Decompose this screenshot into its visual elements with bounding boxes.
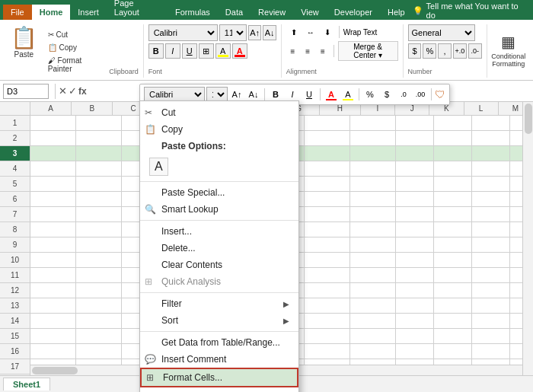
grid-cell[interactable] bbox=[305, 192, 350, 207]
row-header-14[interactable]: 14 bbox=[0, 314, 30, 329]
grid-cell[interactable] bbox=[434, 253, 472, 268]
font-size-select[interactable]: 11 bbox=[219, 24, 247, 41]
grid-cell[interactable] bbox=[350, 314, 396, 329]
grid-cell[interactable] bbox=[472, 222, 510, 237]
grid-cell[interactable] bbox=[30, 329, 76, 344]
grid-cell[interactable] bbox=[350, 161, 396, 177]
row-header-15[interactable]: 15 bbox=[0, 329, 30, 344]
grid-cell[interactable] bbox=[76, 161, 122, 177]
mt-size-select[interactable]: 11 bbox=[206, 87, 228, 102]
grid-cell[interactable] bbox=[305, 283, 350, 298]
tab-developer[interactable]: Developer bbox=[327, 5, 380, 20]
grid-cell[interactable] bbox=[472, 131, 510, 146]
grid-cell[interactable] bbox=[305, 146, 350, 161]
font-face-select[interactable]: Calibri bbox=[148, 24, 218, 41]
align-right-btn[interactable]: ≡ bbox=[316, 43, 330, 59]
row-header-12[interactable]: 12 bbox=[0, 283, 30, 298]
mt-font-select[interactable]: Calibri bbox=[144, 87, 205, 102]
border-btn[interactable]: ⊞ bbox=[199, 43, 214, 59]
align-left-btn[interactable]: ≡ bbox=[286, 43, 300, 59]
row-header-10[interactable]: 10 bbox=[0, 253, 30, 268]
grid-cell[interactable] bbox=[434, 207, 472, 222]
row-header-6[interactable]: 6 bbox=[0, 192, 30, 207]
grid-cell[interactable] bbox=[396, 177, 434, 192]
grid-cell[interactable] bbox=[76, 131, 122, 146]
grid-cell[interactable] bbox=[30, 298, 76, 314]
copy-button[interactable]: 📋 Copy bbox=[45, 42, 103, 53]
tab-pagelayout[interactable]: Page Layout bbox=[107, 0, 168, 20]
paste-option-icon[interactable]: A bbox=[149, 158, 168, 176]
align-center-btn[interactable]: ≡ bbox=[301, 43, 314, 59]
wrap-text-btn[interactable]: Wrap Text bbox=[343, 28, 378, 37]
grid-cell[interactable] bbox=[76, 314, 122, 329]
align-middle-btn[interactable]: ↔ bbox=[303, 24, 318, 40]
tab-view[interactable]: View bbox=[293, 5, 327, 20]
cm-paste-special[interactable]: Paste Special... bbox=[140, 184, 298, 201]
decrease-decimal-btn[interactable]: .0- bbox=[468, 43, 482, 59]
mt-increase-decimal[interactable]: .00 bbox=[413, 87, 428, 102]
grid-cell[interactable] bbox=[305, 207, 350, 222]
grid-cell[interactable] bbox=[350, 268, 396, 283]
grid-cell[interactable] bbox=[350, 237, 396, 253]
conditional-formatting-btn[interactable]: ▦ Conditional Formatting bbox=[487, 21, 530, 78]
grid-cell[interactable] bbox=[350, 177, 396, 192]
grid-cell[interactable] bbox=[434, 161, 472, 177]
grid-cell[interactable] bbox=[472, 298, 510, 314]
currency-btn[interactable]: $ bbox=[408, 43, 422, 59]
grid-cell[interactable] bbox=[76, 298, 122, 314]
grid-cell[interactable] bbox=[30, 237, 76, 253]
paste-button[interactable]: 📋 Paste bbox=[6, 24, 42, 78]
grid-cell[interactable] bbox=[30, 177, 76, 192]
increase-font-btn[interactable]: A↑ bbox=[248, 25, 261, 40]
grid-cell[interactable] bbox=[472, 116, 510, 131]
grid-cell[interactable] bbox=[434, 329, 472, 344]
row-header-7[interactable]: 7 bbox=[0, 207, 30, 222]
grid-cell[interactable] bbox=[350, 131, 396, 146]
tab-home[interactable]: Home bbox=[32, 5, 71, 20]
grid-cell[interactable] bbox=[305, 344, 350, 359]
mt-percent[interactable]: % bbox=[362, 87, 378, 102]
grid-cell[interactable] bbox=[350, 329, 396, 344]
tab-data[interactable]: Data bbox=[218, 5, 251, 20]
grid-cell[interactable] bbox=[472, 329, 510, 344]
tab-formulas[interactable]: Formulas bbox=[168, 5, 218, 20]
format-painter-button[interactable]: 🖌 Format Painter bbox=[45, 55, 103, 75]
mt-underline[interactable]: U bbox=[302, 87, 317, 102]
mt-currency[interactable]: $ bbox=[379, 87, 394, 102]
grid-cell[interactable] bbox=[434, 116, 472, 131]
grid-cell[interactable] bbox=[396, 237, 434, 253]
font-color-btn[interactable]: A bbox=[232, 43, 247, 59]
grid-cell[interactable] bbox=[396, 146, 434, 161]
grid-cell[interactable] bbox=[76, 237, 122, 253]
grid-cell[interactable] bbox=[396, 192, 434, 207]
grid-cell[interactable] bbox=[434, 298, 472, 314]
align-top-btn[interactable]: ⬆ bbox=[286, 24, 302, 40]
grid-cell[interactable] bbox=[434, 283, 472, 298]
grid-cell[interactable] bbox=[350, 253, 396, 268]
grid-cell[interactable] bbox=[76, 116, 122, 131]
cm-sort[interactable]: Sort ▶ bbox=[140, 312, 298, 329]
cm-pick-dropdown[interactable]: Pick From Drop-down List... bbox=[140, 387, 298, 392]
col-header-L[interactable]: L bbox=[464, 102, 499, 115]
grid-cell[interactable] bbox=[305, 298, 350, 314]
grid-cell[interactable] bbox=[350, 146, 396, 161]
grid-cell[interactable] bbox=[76, 253, 122, 268]
italic-btn[interactable]: I bbox=[165, 43, 180, 59]
grid-cell[interactable] bbox=[434, 237, 472, 253]
grid-cell[interactable] bbox=[472, 283, 510, 298]
grid-cell[interactable] bbox=[350, 192, 396, 207]
mt-increase-size[interactable]: A↑ bbox=[229, 87, 244, 102]
tab-insert[interactable]: Insert bbox=[70, 5, 107, 20]
grid-cell[interactable] bbox=[76, 207, 122, 222]
grid-cell[interactable] bbox=[30, 131, 76, 146]
grid-cell[interactable] bbox=[30, 192, 76, 207]
grid-cell[interactable] bbox=[396, 268, 434, 283]
insert-function-icon[interactable]: fx bbox=[78, 86, 87, 97]
row-header-4[interactable]: 4 bbox=[0, 161, 30, 177]
grid-cell[interactable] bbox=[472, 268, 510, 283]
row-header-8[interactable]: 8 bbox=[0, 222, 30, 237]
cm-quick-analysis[interactable]: ⊞ Quick Analysis bbox=[140, 273, 298, 290]
row-header-11[interactable]: 11 bbox=[0, 268, 30, 283]
grid-cell[interactable] bbox=[472, 237, 510, 253]
grid-cell[interactable] bbox=[30, 253, 76, 268]
